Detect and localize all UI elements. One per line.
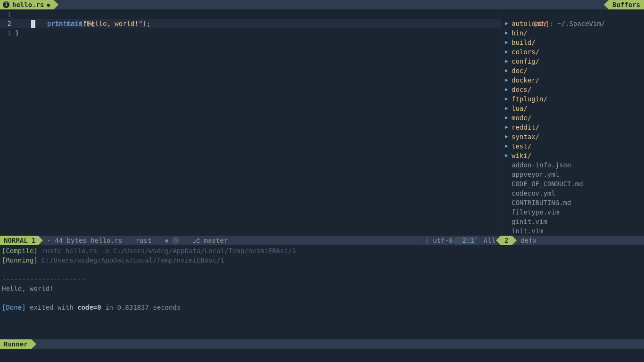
dir-name: wiki/ <box>512 151 531 160</box>
buffers-tab[interactable]: Buffers <box>609 0 644 9</box>
sidebar-path: [in]: ~/.SpaceVim/ <box>503 9 644 19</box>
line-number: 1 <box>0 9 15 19</box>
runner-status-line: Runner <box>0 339 644 349</box>
tree-file[interactable]: CONTRIBUTING.md <box>503 198 644 207</box>
dir-name: mode/ <box>512 113 531 123</box>
dir-name: reddit/ <box>512 123 539 132</box>
chevron-right-icon: ▶ <box>505 66 512 75</box>
dir-name: ftplugin/ <box>512 94 547 104</box>
tab-bar: 1 hello.rs ● Buffers <box>0 0 644 9</box>
os-encoding: | utf-8 <box>420 237 457 244</box>
status-line: NORMAL 1 - 44 bytes hello.rs rust ❖ Ⓢ ⎇ … <box>0 236 644 245</box>
dir-name: config/ <box>512 57 539 66</box>
code-line-current[interactable]: 2 println!("Hello, world!"); <box>0 19 501 28</box>
tree-dir[interactable]: ▶syntax/ <box>503 132 644 141</box>
sidebar-window-index: 2 <box>501 236 512 245</box>
tree-dir[interactable]: ▶wiki/ <box>503 151 644 160</box>
runner-done-line: [Done] exited with code=0 in 0.831837 se… <box>2 303 642 312</box>
code-line[interactable]: 1 } <box>0 28 501 38</box>
mode-indicator: NORMAL 1 <box>0 236 38 245</box>
runner-pane[interactable]: [Compile] rustc hello.rs -o C:/Users/wsd… <box>0 245 644 339</box>
line-number: 2 <box>0 19 15 28</box>
tab-index-badge: 1 <box>3 1 9 8</box>
cursor <box>31 20 35 28</box>
chevron-right-icon: ▶ <box>505 47 512 57</box>
main-area: 1 fn main(){ 2 println!("Hello, world!")… <box>0 9 644 236</box>
chevron-right-icon: ▶ <box>505 94 512 104</box>
dir-name: bin/ <box>512 28 528 38</box>
tree-dir[interactable]: ▶docs/ <box>503 85 644 94</box>
chevron-right-icon: ▶ <box>505 28 512 38</box>
chevron-right-icon: ▶ <box>505 141 512 151</box>
tab-modified-icon[interactable]: ● <box>47 2 50 8</box>
tab-hello-rs[interactable]: 1 hello.rs ● <box>0 0 54 9</box>
runner-output-line: [Compile] rustc hello.rs -o C:/Users/wsd… <box>2 246 642 255</box>
tab-filename: hello.rs <box>12 1 44 8</box>
tree-dir[interactable]: ▶reddit/ <box>503 123 644 132</box>
file-info: - 44 bytes hello.rs <box>38 236 127 245</box>
branch-icon: ⎇ <box>192 237 200 244</box>
tree-file[interactable]: CODE_OF_CONDUCT.md <box>503 179 644 189</box>
dir-name: autoload/ <box>512 19 547 28</box>
dir-name: docs/ <box>512 85 531 94</box>
tree-file[interactable]: appveyor.yml <box>503 170 644 179</box>
editor-pane[interactable]: 1 fn main(){ 2 println!("Hello, world!")… <box>0 9 501 236</box>
line-number: 1 <box>0 28 15 38</box>
tree-file[interactable]: addon-info.json <box>503 160 644 170</box>
chevron-right-icon: ▶ <box>505 38 512 47</box>
dir-name: build/ <box>512 38 536 47</box>
chevron-right-icon: ▶ <box>505 123 512 132</box>
sidebar-status: 2 defx <box>501 236 644 245</box>
tree-dir[interactable]: ▶mode/ <box>503 113 644 123</box>
chevron-right-icon: ▶ <box>505 19 512 28</box>
dir-name: lua/ <box>512 104 528 113</box>
runner-output-line <box>2 265 642 274</box>
chevron-right-icon: ▶ <box>505 85 512 94</box>
chevron-right-icon: ▶ <box>505 132 512 141</box>
runner-output-line: [Running] C:/Users/wsdeg/AppData/Local/T… <box>2 255 642 265</box>
tree-dir[interactable]: ▶colors/ <box>503 47 644 57</box>
tree-dir[interactable]: ▶doc/ <box>503 66 644 75</box>
tree-dir[interactable]: ▶ftplugin/ <box>503 94 644 104</box>
chevron-right-icon: ▶ <box>505 57 512 66</box>
tree-dir[interactable]: ▶lua/ <box>503 104 644 113</box>
chevron-right-icon: ▶ <box>505 151 512 160</box>
tree-dir[interactable]: ▶bin/ <box>503 28 644 38</box>
runner-output-line: Hello, world! <box>2 284 642 293</box>
code-content: 1 fn main(){ 2 println!("Hello, world!")… <box>0 9 501 38</box>
chevron-right-icon: ▶ <box>505 104 512 113</box>
runner-separator: --------------------- <box>2 274 642 284</box>
dir-name: colors/ <box>512 47 539 57</box>
dir-name: docker/ <box>512 75 539 85</box>
tree-dir[interactable]: ▶test/ <box>503 141 644 151</box>
chevron-right-icon: ▶ <box>505 113 512 123</box>
tree-dir[interactable]: ▶docker/ <box>503 75 644 85</box>
dir-name: test/ <box>512 141 531 151</box>
tree-dir[interactable]: ▶config/ <box>503 57 644 66</box>
chevron-right-icon: ▶ <box>505 75 512 85</box>
tree-file[interactable]: codecov.yml <box>503 189 644 198</box>
runner-label: Runner <box>0 339 32 349</box>
dir-name: syntax/ <box>512 132 539 141</box>
command-line-area[interactable] <box>0 349 644 362</box>
file-tree-sidebar[interactable]: [in]: ~/.SpaceVim/ ▶autoload/▶bin/▶build… <box>501 9 644 236</box>
tree-file[interactable]: init.vim <box>503 226 644 236</box>
git-branch: ⎇ master <box>184 236 232 245</box>
tree-file[interactable]: ginit.vim <box>503 217 644 226</box>
dir-name: doc/ <box>512 66 528 75</box>
statusline-right: | utf-8 2:1 All <box>420 236 500 245</box>
runner-output-line <box>2 293 642 303</box>
code-line[interactable]: 1 fn main(){ <box>0 9 501 19</box>
tree-dir[interactable]: ▶build/ <box>503 38 644 47</box>
tree-file[interactable]: filetype.vim <box>503 207 644 217</box>
